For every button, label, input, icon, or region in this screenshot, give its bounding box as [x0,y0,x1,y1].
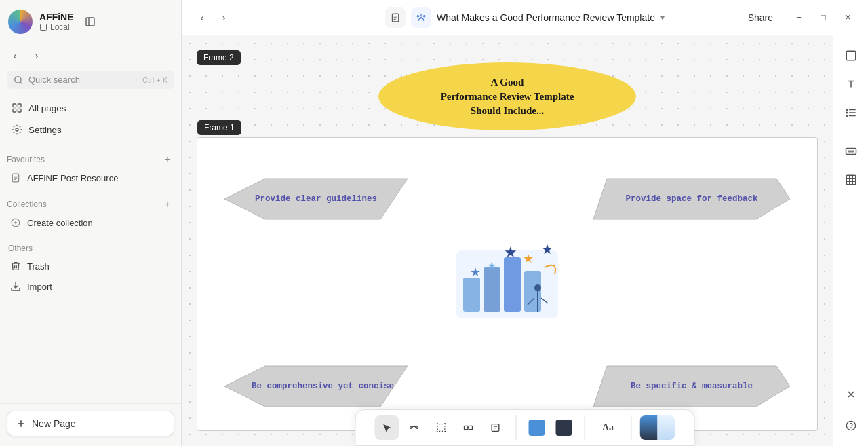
maximize-btn[interactable]: □ [814,8,833,27]
collections-section-header: Collections + [0,193,181,212]
doc-mode-btn[interactable] [385,7,406,28]
search-label: Quick search [28,75,137,85]
frame2: Frame 2 A GoodPerformance Review Templat… [189,42,826,439]
sidebar-item-import[interactable]: Import [3,276,178,297]
select-tool-btn[interactable] [375,415,399,440]
svg-point-66 [850,428,851,428]
svg-rect-69 [465,426,468,429]
toolbar-tools-group [367,415,517,440]
others-title: Others [0,241,181,256]
sidebar-item-settings[interactable]: Settings [5,119,176,141]
table-icon [845,174,857,186]
sidebar-item-all-pages[interactable]: All pages [5,97,176,119]
oval-text: A GoodPerformance Review TemplateShould … [441,75,574,118]
minimize-btn[interactable]: − [789,8,808,27]
svg-rect-6 [18,104,21,107]
back-arrow-btn[interactable]: ‹ [193,8,212,27]
svg-point-52 [846,112,848,113]
diamond-3: Be comprehensive yet concise [211,363,435,410]
search-shortcut: Ctrl + K [142,76,167,84]
local-icon [39,23,47,31]
sidebar-nav: All pages Settings [0,94,181,143]
text-style-label: Aa [602,422,614,433]
bottom-toolbar: Aa [355,409,695,446]
frame-tool-btn[interactable] [429,415,454,440]
note-tool-btn[interactable] [484,415,508,440]
oval: A GoodPerformance Review TemplateShould … [378,62,636,130]
title-chevron-icon: ▾ [660,13,665,22]
forward-btn[interactable]: › [27,46,46,65]
share-button[interactable]: Share [737,9,784,26]
toolbar-colors-group [517,415,585,440]
panel-divider [842,132,861,132]
text-panel-btn[interactable] [839,72,863,96]
table-panel-btn[interactable] [839,168,863,192]
help-btn[interactable] [839,413,863,438]
help-icon [846,420,856,431]
close-panel-btn[interactable] [839,382,863,407]
workspace-info: AFFiNE Local [39,12,74,32]
connector-tool-btn[interactable] [402,415,427,440]
frame2-label: Frame 2 [197,50,241,65]
svg-rect-7 [13,109,16,112]
toolbar-text-group: Aa [585,415,632,440]
svg-rect-5 [13,104,16,107]
theme-dark-half [640,415,658,440]
svg-text:★: ★ [523,252,534,265]
collab-mode-btn[interactable] [411,7,431,28]
svg-point-26 [417,15,418,16]
svg-text:★: ★ [487,260,496,272]
collections-title: Collections [7,200,47,209]
diamond-2: Provide space for feedback [580,175,804,223]
diamond-text-3: Be comprehensive yet concise [252,382,394,391]
import-icon [9,280,22,293]
collab-icon [416,13,426,22]
theme-btn[interactable] [640,415,675,440]
svg-point-9 [16,128,18,131]
text-icon [845,78,857,90]
list-panel-btn[interactable] [839,100,863,125]
doc-view-icon [391,13,400,22]
svg-rect-1 [86,18,94,26]
color-dark-btn[interactable] [552,415,576,440]
titlebar: ‹ › What Makes a Good Performance Review… [182,0,868,35]
back-btn[interactable]: ‹ [5,46,24,65]
embed-panel-btn[interactable] [839,139,863,164]
forward-arrow-btn[interactable]: › [214,8,233,27]
svg-rect-45 [846,51,856,60]
close-btn[interactable]: ✕ [838,8,857,27]
diamond-text-1: Provide clear guidelines [255,194,377,204]
workspace-header: AFFiNE Local [0,0,181,43]
note-icon [490,422,501,433]
svg-point-51 [846,109,848,111]
sidebar-bottom: New Page [0,403,181,446]
svg-text:★: ★ [504,244,517,261]
svg-point-42 [534,284,541,291]
group-icon [463,422,474,433]
sidebar-toggle-btn[interactable] [81,12,100,31]
group-tool-btn[interactable] [456,415,481,440]
add-collection-btn[interactable]: + [161,198,174,211]
quick-search[interactable]: Quick search Ctrl + K [7,71,174,89]
canvas-area[interactable]: Frame 2 A GoodPerformance Review Templat… [182,35,868,446]
theme-light-half [658,415,675,440]
nav-arrows: ‹ › [193,8,233,27]
color-blue-btn[interactable] [525,415,549,440]
favourites-section-header: Favourites + [0,149,181,168]
sidebar-icon [85,16,96,27]
color-blue-swatch [529,420,545,436]
new-page-button[interactable]: New Page [7,411,174,436]
frame-panel-btn[interactable] [839,43,863,68]
svg-text:★: ★ [470,265,481,279]
sidebar-item-affine-post[interactable]: AFFiNE Post Resource [3,168,178,188]
add-favourite-btn[interactable]: + [161,153,174,166]
sidebar-item-trash[interactable]: Trash [3,256,178,276]
plus-icon [16,418,26,429]
frame-tool-icon [436,422,447,433]
center-illustration: ★ ★ ★ ★ ★ [450,244,565,325]
create-collection-item[interactable]: Create collection [3,212,178,233]
cursor-icon [382,422,393,433]
text-style-btn[interactable]: Aa [593,415,623,440]
embed-icon [845,145,857,157]
svg-point-3 [15,76,21,82]
